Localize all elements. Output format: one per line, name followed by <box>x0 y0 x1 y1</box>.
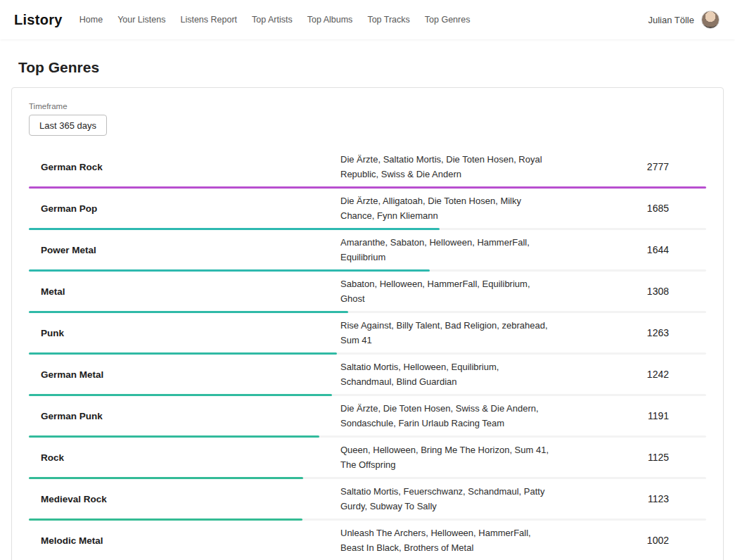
genre-row: German Punk Die Ärzte, Die Toten Hosen, … <box>29 396 706 438</box>
timeframe-select[interactable]: Last 365 days <box>29 115 107 136</box>
genre-artists: Amaranthe, Sabaton, Helloween, HammerFal… <box>340 235 551 265</box>
genre-count: 1263 <box>551 327 694 338</box>
main-nav: HomeYour ListensListens ReportTop Artist… <box>79 15 471 25</box>
user-name: Julian Tölle <box>648 15 694 25</box>
genre-row: Power Metal Amaranthe, Sabaton, Hellowee… <box>29 230 706 272</box>
nav-item-top-artists[interactable]: Top Artists <box>252 15 293 25</box>
app-logo[interactable]: Listory <box>14 12 63 28</box>
genre-name: Medieval Rock <box>41 494 340 504</box>
genre-count: 1644 <box>551 244 694 255</box>
genre-row: Punk Rise Against, Billy Talent, Bad Rel… <box>29 313 706 355</box>
genre-name: Rock <box>41 452 340 463</box>
genre-artists: Die Ärzte, Alligatoah, Die Toten Hosen, … <box>340 193 551 223</box>
genre-artists: Rise Against, Billy Talent, Bad Religion… <box>340 318 551 348</box>
genre-artists: Die Ärzte, Die Toten Hosen, Swiss & Die … <box>340 401 551 431</box>
genre-count: 1125 <box>551 452 694 463</box>
top-genres-card: Timeframe Last 365 days German Rock Die … <box>11 87 724 560</box>
genre-name: Punk <box>41 328 340 338</box>
genre-row: German Metal Saltatio Mortis, Helloween,… <box>29 355 706 396</box>
nav-item-top-albums[interactable]: Top Albums <box>307 15 353 25</box>
genre-name: German Pop <box>41 203 340 214</box>
genre-row: German Pop Die Ärzte, Alligatoah, Die To… <box>29 189 706 230</box>
genre-row: Rock Queen, Helloween, Bring Me The Hori… <box>29 438 706 479</box>
genre-name: Power Metal <box>41 245 340 255</box>
app-header: Listory HomeYour ListensListens ReportTo… <box>0 0 735 39</box>
genre-name: German Punk <box>41 411 340 421</box>
user-avatar[interactable] <box>701 11 720 29</box>
genre-artists: Die Ärzte, Saltatio Mortis, Die Toten Ho… <box>340 152 551 182</box>
genre-artists: Unleash The Archers, Helloween, HammerFa… <box>340 526 551 555</box>
genre-row: Melodic Metal Unleash The Archers, Hello… <box>29 521 706 560</box>
genre-count: 1308 <box>551 286 694 297</box>
genre-count: 1002 <box>551 535 694 546</box>
nav-item-listens-report[interactable]: Listens Report <box>180 15 237 25</box>
genre-name: German Rock <box>41 162 340 172</box>
genre-artists: Sabaton, Helloween, HammerFall, Equilibr… <box>340 276 551 306</box>
nav-item-home[interactable]: Home <box>79 15 103 25</box>
genre-artists: Queen, Helloween, Bring Me The Horizon, … <box>340 443 551 472</box>
genre-count: 1191 <box>551 410 694 421</box>
genre-count: 1685 <box>551 203 694 214</box>
genre-count: 2777 <box>551 161 694 172</box>
genre-row: Medieval Rock Saltatio Mortis, Feuerschw… <box>29 479 706 521</box>
nav-item-top-tracks[interactable]: Top Tracks <box>367 15 409 25</box>
genre-count: 1123 <box>551 493 694 504</box>
genre-name: Metal <box>41 286 340 297</box>
genre-row: German Rock Die Ärzte, Saltatio Mortis, … <box>29 147 706 189</box>
timeframe-label: Timeframe <box>29 102 706 110</box>
nav-item-your-listens[interactable]: Your Listens <box>117 15 165 25</box>
genre-artists: Saltatio Mortis, Feuerschwanz, Schandmau… <box>340 484 551 514</box>
genre-name: Melodic Metal <box>41 535 340 546</box>
genre-row: Metal Sabaton, Helloween, HammerFall, Eq… <box>29 272 706 313</box>
page-title: Top Genres <box>0 39 735 87</box>
user-menu[interactable]: Julian Tölle <box>648 11 720 29</box>
genre-name: German Metal <box>41 369 340 380</box>
genre-list: German Rock Die Ärzte, Saltatio Mortis, … <box>29 147 706 560</box>
genre-artists: Saltatio Mortis, Helloween, Equilibrium,… <box>340 359 551 389</box>
nav-item-top-genres[interactable]: Top Genres <box>425 15 471 25</box>
genre-count: 1242 <box>551 369 694 380</box>
